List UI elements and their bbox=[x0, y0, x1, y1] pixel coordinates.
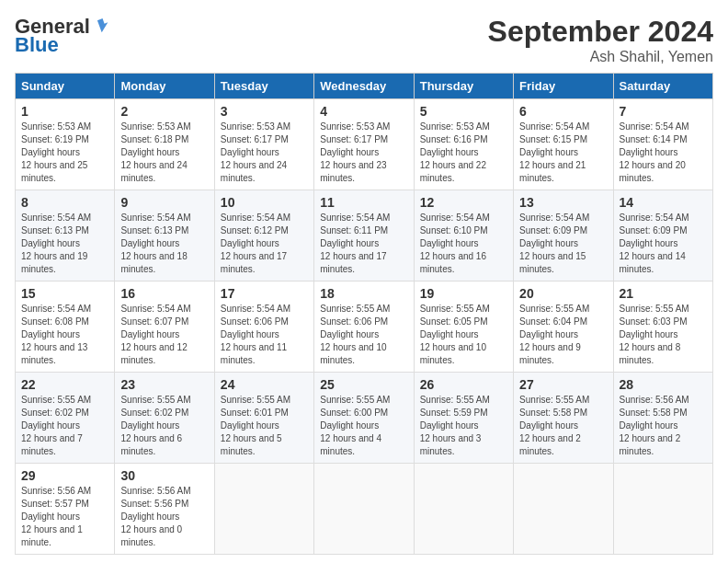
day-number: 19 bbox=[420, 286, 507, 301]
table-row: 19Sunrise: 5:55 AMSunset: 6:05 PMDayligh… bbox=[414, 282, 513, 373]
day-info: Sunrise: 5:55 AMSunset: 6:02 PMDaylight … bbox=[120, 394, 208, 458]
day-number: 6 bbox=[519, 104, 607, 119]
day-number: 4 bbox=[320, 104, 407, 119]
day-info: Sunrise: 5:53 AMSunset: 6:17 PMDaylight … bbox=[221, 121, 308, 185]
day-number: 30 bbox=[120, 468, 208, 483]
day-info: Sunrise: 5:56 AMSunset: 5:58 PMDaylight … bbox=[620, 394, 707, 458]
day-number: 12 bbox=[420, 195, 507, 210]
header-saturday: Saturday bbox=[613, 74, 712, 99]
logo-text-blue: Blue bbox=[15, 33, 59, 57]
day-info: Sunrise: 5:55 AMSunset: 6:04 PMDaylight … bbox=[519, 303, 607, 367]
day-info: Sunrise: 5:55 AMSunset: 5:59 PMDaylight … bbox=[420, 394, 507, 458]
day-info: Sunrise: 5:56 AMSunset: 5:56 PMDaylight … bbox=[120, 485, 208, 549]
table-row: 9Sunrise: 5:54 AMSunset: 6:13 PMDaylight… bbox=[115, 190, 214, 282]
table-row bbox=[214, 464, 313, 555]
table-row bbox=[613, 464, 712, 555]
table-row: 5Sunrise: 5:53 AMSunset: 6:16 PMDaylight… bbox=[414, 99, 513, 190]
day-number: 1 bbox=[21, 104, 108, 119]
svg-marker-0 bbox=[97, 17, 110, 33]
calendar-header-row: Sunday Monday Tuesday Wednesday Thursday… bbox=[16, 74, 713, 99]
table-row: 29Sunrise: 5:56 AMSunset: 5:57 PMDayligh… bbox=[16, 464, 115, 555]
day-number: 8 bbox=[21, 195, 108, 210]
day-number: 7 bbox=[620, 104, 707, 119]
day-info: Sunrise: 5:55 AMSunset: 6:06 PMDaylight … bbox=[320, 303, 407, 367]
table-row: 22Sunrise: 5:55 AMSunset: 6:02 PMDayligh… bbox=[16, 373, 115, 464]
table-row: 16Sunrise: 5:54 AMSunset: 6:07 PMDayligh… bbox=[115, 282, 214, 373]
day-number: 2 bbox=[120, 104, 208, 119]
calendar-row: 29Sunrise: 5:56 AMSunset: 5:57 PMDayligh… bbox=[16, 464, 713, 555]
table-row: 20Sunrise: 5:55 AMSunset: 6:04 PMDayligh… bbox=[514, 282, 613, 373]
table-row: 3Sunrise: 5:53 AMSunset: 6:17 PMDaylight… bbox=[214, 99, 313, 190]
table-row: 2Sunrise: 5:53 AMSunset: 6:18 PMDaylight… bbox=[115, 99, 214, 190]
day-info: Sunrise: 5:55 AMSunset: 6:00 PMDaylight … bbox=[320, 394, 407, 458]
day-info: Sunrise: 5:54 AMSunset: 6:14 PMDaylight … bbox=[620, 121, 707, 185]
table-row: 26Sunrise: 5:55 AMSunset: 5:59 PMDayligh… bbox=[414, 373, 513, 464]
header-wednesday: Wednesday bbox=[314, 74, 414, 99]
location-title: Ash Shahil, Yemen bbox=[488, 49, 713, 65]
day-info: Sunrise: 5:54 AMSunset: 6:07 PMDaylight … bbox=[120, 303, 208, 367]
day-info: Sunrise: 5:53 AMSunset: 6:16 PMDaylight … bbox=[420, 121, 507, 185]
day-number: 10 bbox=[221, 195, 308, 210]
day-number: 11 bbox=[320, 195, 407, 210]
table-row: 12Sunrise: 5:54 AMSunset: 6:10 PMDayligh… bbox=[414, 190, 513, 282]
day-number: 26 bbox=[420, 377, 507, 392]
table-row: 8Sunrise: 5:54 AMSunset: 6:13 PMDaylight… bbox=[16, 190, 115, 282]
table-row: 4Sunrise: 5:53 AMSunset: 6:17 PMDaylight… bbox=[314, 99, 414, 190]
day-number: 28 bbox=[620, 377, 707, 392]
table-row: 6Sunrise: 5:54 AMSunset: 6:15 PMDaylight… bbox=[514, 99, 613, 190]
day-info: Sunrise: 5:54 AMSunset: 6:12 PMDaylight … bbox=[221, 212, 308, 276]
table-row: 7Sunrise: 5:54 AMSunset: 6:14 PMDaylight… bbox=[613, 99, 712, 190]
day-info: Sunrise: 5:54 AMSunset: 6:09 PMDaylight … bbox=[519, 212, 607, 276]
day-number: 22 bbox=[21, 377, 108, 392]
day-info: Sunrise: 5:53 AMSunset: 6:17 PMDaylight … bbox=[320, 121, 407, 185]
day-number: 21 bbox=[620, 286, 707, 301]
table-row: 10Sunrise: 5:54 AMSunset: 6:12 PMDayligh… bbox=[214, 190, 313, 282]
day-info: Sunrise: 5:55 AMSunset: 6:03 PMDaylight … bbox=[620, 303, 707, 367]
table-row: 24Sunrise: 5:55 AMSunset: 6:01 PMDayligh… bbox=[214, 373, 313, 464]
day-info: Sunrise: 5:54 AMSunset: 6:15 PMDaylight … bbox=[519, 121, 607, 185]
calendar-row: 22Sunrise: 5:55 AMSunset: 6:02 PMDayligh… bbox=[16, 373, 713, 464]
day-info: Sunrise: 5:54 AMSunset: 6:10 PMDaylight … bbox=[420, 212, 507, 276]
table-row: 30Sunrise: 5:56 AMSunset: 5:56 PMDayligh… bbox=[115, 464, 214, 555]
day-number: 3 bbox=[221, 104, 308, 119]
calendar-table: Sunday Monday Tuesday Wednesday Thursday… bbox=[15, 73, 713, 555]
day-info: Sunrise: 5:53 AMSunset: 6:19 PMDaylight … bbox=[21, 121, 108, 185]
header-monday: Monday bbox=[115, 74, 214, 99]
day-info: Sunrise: 5:56 AMSunset: 5:57 PMDaylight … bbox=[21, 485, 108, 549]
calendar-row: 15Sunrise: 5:54 AMSunset: 6:08 PMDayligh… bbox=[16, 282, 713, 373]
table-row: 1Sunrise: 5:53 AMSunset: 6:19 PMDaylight… bbox=[16, 99, 115, 190]
day-number: 23 bbox=[120, 377, 208, 392]
day-info: Sunrise: 5:54 AMSunset: 6:06 PMDaylight … bbox=[221, 303, 308, 367]
table-row bbox=[514, 464, 613, 555]
day-info: Sunrise: 5:55 AMSunset: 6:05 PMDaylight … bbox=[420, 303, 507, 367]
table-row bbox=[414, 464, 513, 555]
table-row: 11Sunrise: 5:54 AMSunset: 6:11 PMDayligh… bbox=[314, 190, 414, 282]
table-row bbox=[314, 464, 414, 555]
day-info: Sunrise: 5:54 AMSunset: 6:08 PMDaylight … bbox=[21, 303, 108, 367]
day-info: Sunrise: 5:55 AMSunset: 6:02 PMDaylight … bbox=[21, 394, 108, 458]
day-info: Sunrise: 5:54 AMSunset: 6:13 PMDaylight … bbox=[21, 212, 108, 276]
day-number: 17 bbox=[221, 286, 308, 301]
header-friday: Friday bbox=[514, 74, 613, 99]
table-row: 21Sunrise: 5:55 AMSunset: 6:03 PMDayligh… bbox=[613, 282, 712, 373]
table-row: 28Sunrise: 5:56 AMSunset: 5:58 PMDayligh… bbox=[613, 373, 712, 464]
calendar-row: 1Sunrise: 5:53 AMSunset: 6:19 PMDaylight… bbox=[16, 99, 713, 190]
day-number: 5 bbox=[420, 104, 507, 119]
day-number: 15 bbox=[21, 286, 108, 301]
page-header: General Blue September 2024 Ash Shahil, … bbox=[15, 15, 713, 65]
logo-arrow-icon bbox=[92, 15, 112, 35]
day-info: Sunrise: 5:54 AMSunset: 6:13 PMDaylight … bbox=[120, 212, 208, 276]
table-row: 14Sunrise: 5:54 AMSunset: 6:09 PMDayligh… bbox=[613, 190, 712, 282]
table-row: 13Sunrise: 5:54 AMSunset: 6:09 PMDayligh… bbox=[514, 190, 613, 282]
day-info: Sunrise: 5:53 AMSunset: 6:18 PMDaylight … bbox=[120, 121, 208, 185]
day-number: 16 bbox=[120, 286, 208, 301]
day-number: 18 bbox=[320, 286, 407, 301]
table-row: 18Sunrise: 5:55 AMSunset: 6:06 PMDayligh… bbox=[314, 282, 414, 373]
day-number: 20 bbox=[519, 286, 607, 301]
header-tuesday: Tuesday bbox=[214, 74, 313, 99]
table-row: 23Sunrise: 5:55 AMSunset: 6:02 PMDayligh… bbox=[115, 373, 214, 464]
table-row: 17Sunrise: 5:54 AMSunset: 6:06 PMDayligh… bbox=[214, 282, 313, 373]
day-number: 13 bbox=[519, 195, 607, 210]
table-row: 27Sunrise: 5:55 AMSunset: 5:58 PMDayligh… bbox=[514, 373, 613, 464]
header-sunday: Sunday bbox=[16, 74, 115, 99]
